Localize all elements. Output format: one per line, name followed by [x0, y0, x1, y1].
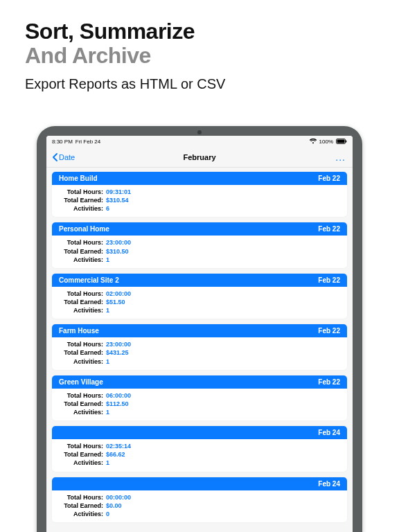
total-hours-label: Total Hours:: [59, 290, 106, 298]
headline-sub: And Archive: [25, 43, 151, 68]
activities-count-value: 0: [106, 510, 109, 518]
project-date: Feb 22: [318, 276, 340, 284]
total-earned-label: Total Earned:: [59, 450, 106, 459]
activities-count-label: Activities:: [59, 256, 106, 264]
summary-row: Total Earned:$0.00: [59, 502, 340, 510]
project-body: Total Hours:00:00:00Total Earned:$0.00Ac…: [52, 490, 347, 522]
project-header[interactable]: Home BuildFeb 22: [52, 172, 347, 185]
project-header[interactable]: Feb 24: [52, 477, 347, 490]
total-hours-value: 02:35:14: [106, 442, 131, 450]
total-hours-value: 09:31:01: [106, 188, 131, 196]
total-earned-value: $310.50: [106, 247, 129, 256]
project-date: Feb 22: [318, 378, 340, 386]
total-hours-value: 00:00:00: [106, 493, 131, 502]
ipad-screen: 8:30 PM Fri Feb 24 100%: [46, 136, 353, 532]
activities-count-label: Activities:: [59, 459, 106, 467]
total-hours-value: 23:00:00: [106, 340, 131, 348]
project-body: Total Hours:02:00:00Total Earned:$51.50A…: [52, 287, 347, 319]
headline-main: Sort, Summarize: [25, 19, 195, 44]
summary-row: Total Earned:$51.50: [59, 298, 340, 306]
summary-row: Total Hours:23:00:00: [59, 340, 340, 348]
project-card[interactable]: Green VillageFeb 22Total Hours:06:00:00T…: [52, 375, 347, 420]
ipad-frame: 8:30 PM Fri Feb 24 100%: [37, 126, 362, 532]
summary-row: Total Hours:06:00:00: [59, 391, 340, 400]
project-name: Home Build: [59, 175, 98, 182]
project-body: Total Hours:23:00:00Total Earned:$310.50…: [52, 236, 347, 267]
project-date: Feb 24: [318, 429, 340, 436]
summary-row: Activities:1: [59, 306, 340, 314]
project-body: Total Hours:06:00:00Total Earned:$112.50…: [52, 389, 347, 420]
summary-row: Activities:1: [59, 459, 340, 467]
svg-rect-2: [346, 141, 346, 143]
svg-rect-1: [337, 140, 345, 143]
total-hours-label: Total Hours:: [59, 442, 106, 450]
total-earned-label: Total Earned:: [59, 502, 106, 510]
project-name: Personal Home: [59, 225, 109, 233]
report-list[interactable]: Home BuildFeb 22Total Hours:09:31:01Tota…: [46, 168, 353, 532]
wifi-icon: [310, 139, 317, 144]
status-date: Fri Feb 24: [76, 139, 100, 145]
total-hours-label: Total Hours:: [59, 340, 106, 348]
summary-row: Total Hours:23:00:00: [59, 238, 340, 247]
project-date: Feb 24: [318, 480, 340, 488]
summary-row: Activities:1: [59, 256, 340, 264]
nav-bar: Date February ...: [46, 147, 353, 168]
total-earned-value: $112.50: [106, 400, 129, 408]
total-earned-value: $0.00: [106, 502, 122, 510]
activities-count-value: 6: [106, 204, 109, 213]
project-card[interactable]: Commercial Site 2Feb 22Total Hours:02:00…: [52, 274, 347, 319]
project-header[interactable]: Green VillageFeb 22: [52, 375, 347, 389]
total-earned-value: $431.25: [106, 348, 129, 357]
summary-row: Activities:1: [59, 357, 340, 366]
project-header[interactable]: Feb 24: [52, 426, 347, 439]
marketing-headline: Sort, Summarize And Archive: [0, 0, 399, 72]
page-title: February: [46, 153, 353, 161]
activities-count-value: 1: [106, 357, 109, 366]
total-earned-label: Total Earned:: [59, 348, 106, 357]
project-body: Total Hours:02:35:14Total Earned:$66.62A…: [52, 439, 347, 471]
activities-count-label: Activities:: [59, 204, 106, 213]
summary-row: Total Earned:$310.54: [59, 196, 340, 204]
activities-count-label: Activities:: [59, 408, 106, 416]
activities-count-label: Activities:: [59, 510, 106, 518]
project-header[interactable]: Personal HomeFeb 22: [52, 222, 347, 236]
battery-icon: [336, 139, 347, 144]
more-button[interactable]: ...: [334, 152, 347, 163]
status-bar: 8:30 PM Fri Feb 24 100%: [46, 136, 353, 147]
total-earned-label: Total Earned:: [59, 298, 106, 306]
summary-row: Total Earned:$66.62: [59, 450, 340, 459]
total-hours-value: 23:00:00: [106, 238, 131, 247]
summary-row: Total Earned:$310.50: [59, 247, 340, 256]
summary-row: Activities:6: [59, 204, 340, 213]
battery-percent: 100%: [319, 139, 333, 145]
back-button[interactable]: Date: [52, 153, 75, 161]
total-earned-label: Total Earned:: [59, 400, 106, 408]
project-card[interactable]: Feb 24Total Hours:02:35:14Total Earned:$…: [52, 426, 347, 471]
total-earned-value: $66.62: [106, 450, 125, 459]
total-earned-value: $310.54: [106, 196, 129, 204]
summary-row: Total Earned:$431.25: [59, 348, 340, 357]
summary-row: Total Earned:$112.50: [59, 400, 340, 408]
project-header[interactable]: Farm HouseFeb 22: [52, 324, 347, 337]
chevron-left-icon: [52, 153, 57, 161]
project-name: Green Village: [59, 378, 103, 386]
total-hours-label: Total Hours:: [59, 188, 106, 196]
project-card[interactable]: Personal HomeFeb 22Total Hours:23:00:00T…: [52, 222, 347, 267]
project-body: Total Hours:09:31:01Total Earned:$310.54…: [52, 185, 347, 217]
project-card[interactable]: Home BuildFeb 22Total Hours:09:31:01Tota…: [52, 172, 347, 217]
total-hours-label: Total Hours:: [59, 238, 106, 247]
project-date: Feb 22: [318, 225, 340, 233]
total-hours-value: 06:00:00: [106, 391, 131, 400]
summary-row: Activities:0: [59, 510, 340, 518]
project-header[interactable]: Commercial Site 2Feb 22: [52, 274, 347, 287]
total-earned-label: Total Earned:: [59, 247, 106, 256]
total-hours-label: Total Hours:: [59, 493, 106, 502]
project-card[interactable]: Farm HouseFeb 22Total Hours:23:00:00Tota…: [52, 324, 347, 369]
activities-count-value: 1: [106, 408, 109, 416]
total-earned-value: $51.50: [106, 298, 125, 306]
project-date: Feb 22: [318, 327, 340, 335]
project-card[interactable]: Feb 24Total Hours:00:00:00Total Earned:$…: [52, 477, 347, 522]
summary-row: Total Hours:00:00:00: [59, 493, 340, 502]
back-label: Date: [59, 153, 75, 161]
project-body: Total Hours:23:00:00Total Earned:$431.25…: [52, 337, 347, 369]
